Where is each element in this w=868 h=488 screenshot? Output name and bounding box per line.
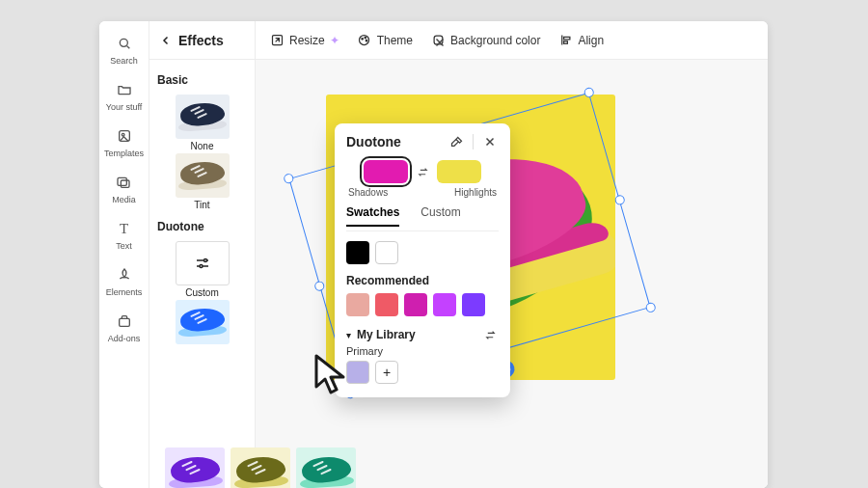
shadows-label: Shadows [348, 187, 388, 198]
rail-label: Templates [104, 149, 144, 158]
swatch-rec-4[interactable] [433, 293, 456, 316]
theme-icon [357, 33, 372, 48]
svg-point-8 [362, 39, 364, 41]
thumb-label: Tint [194, 200, 209, 210]
svg-rect-3 [118, 177, 126, 185]
rail-label: Elements [106, 287, 143, 297]
toolbar-theme[interactable]: Theme [357, 33, 413, 48]
panel-close-button[interactable] [431, 34, 448, 51]
text-icon: T [116, 220, 133, 237]
swatch-rec-1[interactable] [346, 293, 369, 316]
duotone-preset-purple[interactable] [165, 447, 225, 488]
rail-label: Search [110, 56, 138, 66]
popover-close-button[interactable] [481, 133, 499, 150]
align-icon [557, 33, 573, 48]
rail-label: Your stuff [106, 102, 143, 112]
recommended-swatches [346, 293, 499, 316]
svg-rect-5 [119, 318, 129, 326]
svg-point-10 [366, 40, 367, 41]
toolbar-label: Align [578, 34, 604, 47]
elements-icon [116, 266, 133, 284]
toolbar-align[interactable]: Align [557, 33, 604, 48]
svg-point-9 [365, 37, 366, 39]
svg-point-0 [120, 39, 127, 46]
effects-panel: Effects Basic None Tint [149, 21, 256, 488]
templates-icon [116, 127, 133, 145]
rail-search[interactable]: Search [110, 35, 138, 66]
highlights-color-chip[interactable] [437, 160, 481, 183]
svg-rect-12 [564, 37, 570, 40]
toolbar-label: Background color [450, 34, 540, 47]
swatch-primary[interactable] [346, 361, 369, 384]
svg-point-2 [122, 133, 124, 136]
rail-your-stuff[interactable]: Your stuff [106, 81, 143, 112]
duotone-preset-teal[interactable] [296, 447, 356, 488]
swatch-rec-5[interactable] [462, 293, 485, 316]
swap-icon[interactable] [416, 165, 429, 178]
toolbar-label: Resize [289, 34, 325, 47]
duotone-preset-olive[interactable] [231, 447, 290, 488]
toolbar-label: Theme [377, 34, 413, 47]
svg-rect-4 [122, 180, 130, 187]
duotone-popover: Duotone Shadows Highlights Swatches Cust… [335, 123, 510, 397]
eyedropper-button[interactable] [448, 133, 465, 150]
library-swap-button[interactable] [481, 326, 499, 343]
canvas-area: Resize ✦ Theme Background color [256, 21, 768, 488]
effect-tint[interactable]: Tint [157, 153, 247, 210]
back-button[interactable] [159, 34, 173, 47]
rail-label: Text [116, 241, 132, 251]
highlights-label: Highlights [454, 187, 497, 198]
effect-duotone-custom[interactable]: Custom [157, 241, 247, 298]
swatch-black[interactable] [346, 241, 369, 264]
basic-section-label: Basic [157, 73, 247, 87]
primary-label: Primary [346, 345, 499, 357]
resize-icon [269, 33, 285, 48]
rail-templates[interactable]: Templates [104, 127, 144, 158]
swatch-rec-2[interactable] [375, 293, 398, 316]
thumb-label: Custom [185, 287, 218, 298]
rail-media[interactable]: Media [112, 174, 136, 204]
panel-header: Effects [149, 21, 255, 60]
rail-addons[interactable]: Add-ons [108, 312, 141, 343]
search-icon [116, 35, 133, 52]
panel-title: Effects [178, 33, 245, 48]
popover-title: Duotone [346, 134, 440, 149]
context-toolbar: Resize ✦ Theme Background color [256, 21, 768, 60]
add-swatch-button[interactable]: + [375, 361, 398, 384]
effect-none[interactable]: None [157, 95, 247, 151]
effect-duotone-preset-blue[interactable] [157, 300, 247, 344]
recommended-label: Recommended [346, 274, 499, 287]
current-swatches [346, 241, 499, 264]
swatch-white[interactable] [375, 241, 398, 264]
nav-rail: Search Your stuff Templates Media [99, 21, 149, 488]
sliders-icon [176, 241, 230, 285]
library-label[interactable]: My Library [357, 328, 416, 341]
tab-custom[interactable]: Custom [420, 205, 460, 227]
divider [473, 134, 474, 149]
duotone-section-label: Duotone [157, 220, 247, 233]
toolbar-resize[interactable]: Resize ✦ [269, 33, 339, 48]
rail-elements[interactable]: Elements [106, 266, 143, 297]
shadows-color-chip[interactable] [364, 160, 408, 183]
sparkle-icon: ✦ [330, 34, 339, 47]
svg-rect-13 [564, 41, 568, 44]
media-icon [115, 174, 132, 191]
swatch-rec-3[interactable] [404, 293, 427, 316]
rail-label: Add-ons [108, 334, 141, 343]
thumb-label: None [191, 141, 214, 151]
canvas[interactable] [256, 60, 768, 488]
folder-icon [116, 81, 133, 98]
addons-icon [116, 312, 133, 330]
tab-swatches[interactable]: Swatches [346, 205, 399, 227]
rail-label: Media [112, 195, 136, 204]
rail-text[interactable]: T Text [116, 220, 133, 251]
chevron-down-icon[interactable]: ▾ [346, 330, 351, 340]
